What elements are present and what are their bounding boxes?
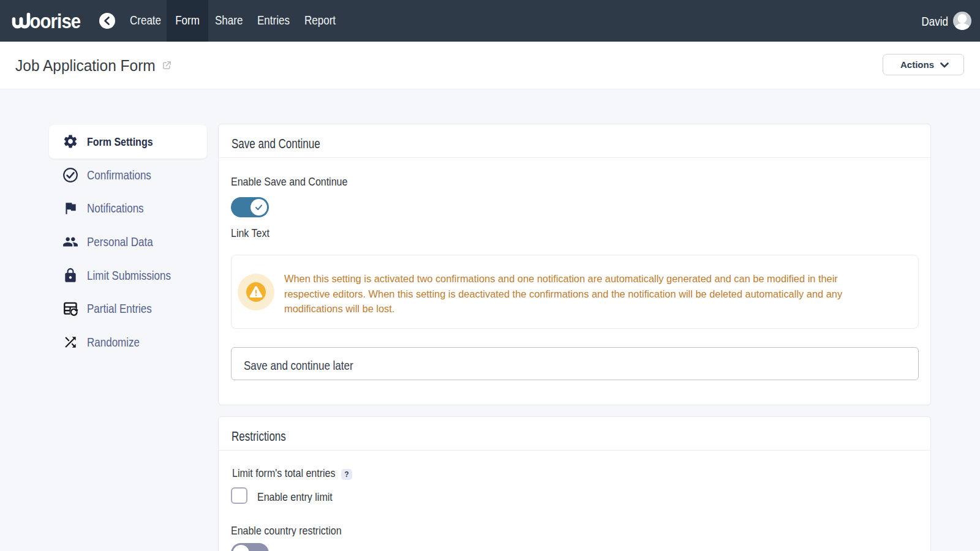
svg-text:oorise: oorise: [30, 10, 81, 32]
